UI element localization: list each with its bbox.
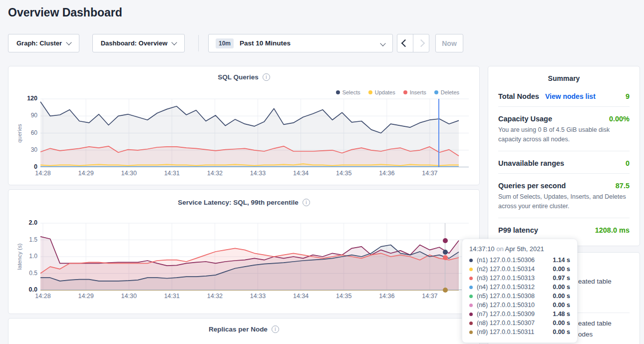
y-axis-label: queries xyxy=(16,124,22,143)
y-tick-label: 30 xyxy=(15,146,37,153)
legend-label: Inserts xyxy=(410,89,426,95)
tooltip-row-value: 0.00 s xyxy=(547,284,570,291)
chart-plot xyxy=(40,223,469,290)
legend-item-updates[interactable]: Updates xyxy=(368,89,395,95)
x-tick-label: 14:34 xyxy=(289,170,314,177)
hover-marker-icon xyxy=(443,238,448,243)
legend-label: Deletes xyxy=(441,89,459,95)
tooltip-row-label: (n6) 127.0.0.1:50310 xyxy=(477,302,535,309)
x-tick-label: 14:30 xyxy=(116,293,141,300)
tooltip-row-label: (n5) 127.0.0.1:50308 xyxy=(477,293,535,300)
summary-row-value: 9 xyxy=(626,92,630,100)
x-tick-label: 14:37 xyxy=(417,293,442,300)
now-button[interactable]: Now xyxy=(435,34,463,52)
legend-item-deletes[interactable]: Deletes xyxy=(434,89,459,95)
summary-rows: Total NodesView nodes list9Capacity Usag… xyxy=(488,84,640,240)
chart-tooltip: 14:37:10 on Apr 5th, 2021 (n1) 127.0.0.1… xyxy=(462,239,578,343)
tooltip-row-label: (n1) 127.0.0.1:50306 xyxy=(477,257,535,264)
x-tick-label: 14:29 xyxy=(73,293,98,300)
tooltip-row: (n6) 127.0.0.1:503100.00 s xyxy=(469,301,570,310)
time-range-dropdown[interactable]: 10m Past 10 Minutes xyxy=(208,34,393,52)
summary-row-value: 0 xyxy=(626,159,630,167)
series-dot-icon xyxy=(469,304,473,307)
chevron-down-icon xyxy=(380,40,385,46)
chevron-down-icon xyxy=(66,39,71,45)
y-axis-label: latency (s) xyxy=(16,243,22,270)
summary-row: P99 latency1208.0 ms xyxy=(498,218,630,240)
chevron-down-icon xyxy=(172,39,177,45)
tooltip-row-label: (n8) 127.0.0.1:50307 xyxy=(477,320,535,327)
tooltip-row-value: 0.00 s xyxy=(547,329,570,336)
y-tick-label: 0.5 xyxy=(15,270,37,277)
tooltip-date: Apr 5th, 2021 xyxy=(505,245,544,253)
x-tick-label: 14:32 xyxy=(202,170,227,177)
hover-marker-icon xyxy=(443,288,448,293)
y-tick-label: 2.0 xyxy=(15,219,37,226)
chart-plot xyxy=(40,99,469,167)
hover-marker-icon xyxy=(443,255,448,260)
time-next-button[interactable] xyxy=(413,34,429,52)
chevron-right-icon xyxy=(417,39,425,47)
series-dot-icon xyxy=(469,331,473,334)
summary-row: Capacity Usage0.00%You are using 0 B of … xyxy=(498,107,630,151)
tooltip-row: (n3) 127.0.0.1:503130.97 s xyxy=(469,274,570,283)
legend-label: Selects xyxy=(342,89,360,95)
series-dot-icon xyxy=(469,295,473,298)
x-tick-label: 14:36 xyxy=(374,293,399,300)
chart-header: Service Latency: SQL, 99th percentile i xyxy=(8,199,479,206)
x-tick-label: 14:35 xyxy=(331,293,356,300)
legend-item-inserts[interactable]: Inserts xyxy=(403,89,426,95)
x-tick-label: 14:36 xyxy=(374,170,399,177)
x-tick-label: 14:31 xyxy=(159,293,184,300)
y-tick-label: 0.0 xyxy=(15,286,37,293)
event-text-fragment: eated table xyxy=(578,278,612,285)
summary-row: Unavailable ranges0 xyxy=(498,151,630,174)
tooltip-row: (n9) 127.0.0.1:503110.00 s xyxy=(469,328,570,337)
x-tick-label: 14:34 xyxy=(289,293,314,300)
summary-row: Queries per second87.5Sum of Selects, Up… xyxy=(498,174,630,218)
summary-row-subtext: You are using 0 B of 4.5 GiB usable disk… xyxy=(498,125,630,145)
chart-header: Replicas per Node i xyxy=(8,326,479,333)
chart-title: Replicas per Node xyxy=(209,326,268,333)
overview-dashboard-page: Overview Dashboard Graph: Cluster Dashbo… xyxy=(0,0,644,344)
page-title: Overview Dashboard xyxy=(8,6,122,19)
dashboard-dropdown[interactable]: Dashboard: Overview xyxy=(92,34,185,52)
chart-title: Service Latency: SQL, 99th percentile xyxy=(178,199,299,206)
series-dot-icon xyxy=(434,90,438,94)
graph-dropdown[interactable]: Graph: Cluster xyxy=(8,34,79,52)
view-nodes-link[interactable]: View nodes list xyxy=(545,92,596,100)
graph-dropdown-label: Graph: Cluster xyxy=(16,39,62,47)
sql-queries-chart-card: SQL Queries i SelectsUpdatesInsertsDelet… xyxy=(8,66,480,185)
summary-panel: Summary Total NodesView nodes list9Capac… xyxy=(488,66,640,246)
x-tick-label: 14:29 xyxy=(73,170,98,177)
tooltip-row-value: 1.14 s xyxy=(547,257,570,264)
tooltip-row-label: (n9) 127.0.0.1:50311 xyxy=(477,329,534,336)
hover-marker-icon xyxy=(443,250,448,255)
summary-title: Summary xyxy=(488,66,640,84)
x-tick-label: 14:33 xyxy=(246,170,271,177)
tooltip-row: (n1) 127.0.0.1:503061.14 s xyxy=(469,256,570,265)
tooltip-row-value: 0.00 s xyxy=(547,266,570,273)
tooltip-row-value: 0.00 s xyxy=(547,302,570,309)
x-tick-label: 14:31 xyxy=(159,170,184,177)
summary-row-value: 1208.0 ms xyxy=(595,226,630,234)
info-icon[interactable]: i xyxy=(263,73,270,81)
time-range-badge: 10m xyxy=(216,38,234,48)
summary-row-subtext: Sum of Selects, Updates, Inserts, and De… xyxy=(498,192,630,212)
summary-row: Total NodesView nodes list9 xyxy=(498,84,630,107)
tooltip-row: (n4) 127.0.0.1:503120.00 s xyxy=(469,283,570,292)
legend-label: Updates xyxy=(375,89,395,95)
series-dot-icon xyxy=(469,259,473,262)
summary-row-value: 87.5 xyxy=(616,182,630,190)
legend-item-selects[interactable]: Selects xyxy=(336,89,360,95)
info-icon[interactable]: i xyxy=(303,199,310,206)
info-icon[interactable]: i xyxy=(272,326,279,333)
y-tick-label: 90 xyxy=(15,112,37,119)
time-prev-button[interactable] xyxy=(397,34,413,52)
summary-row-label: Capacity Usage xyxy=(498,115,552,123)
tooltip-row-value: 0.00 s xyxy=(547,320,570,327)
summary-row-label: P99 latency xyxy=(498,226,538,234)
x-tick-label: 14:37 xyxy=(417,170,442,177)
tooltip-timestamp: 14:37:10 on Apr 5th, 2021 xyxy=(469,245,570,253)
tooltip-row-label: (n4) 127.0.0.1:50312 xyxy=(477,284,535,291)
